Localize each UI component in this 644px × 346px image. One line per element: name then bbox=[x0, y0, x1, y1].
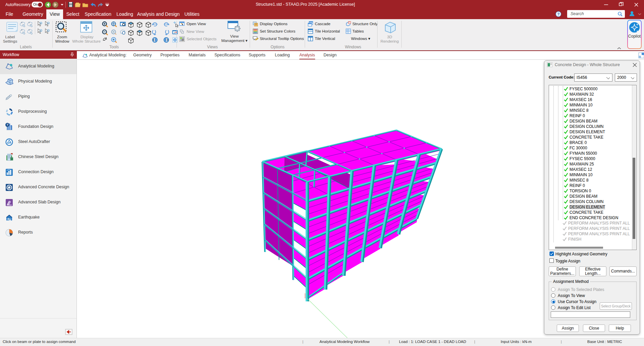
svg-text:?: ? bbox=[6, 123, 8, 127]
